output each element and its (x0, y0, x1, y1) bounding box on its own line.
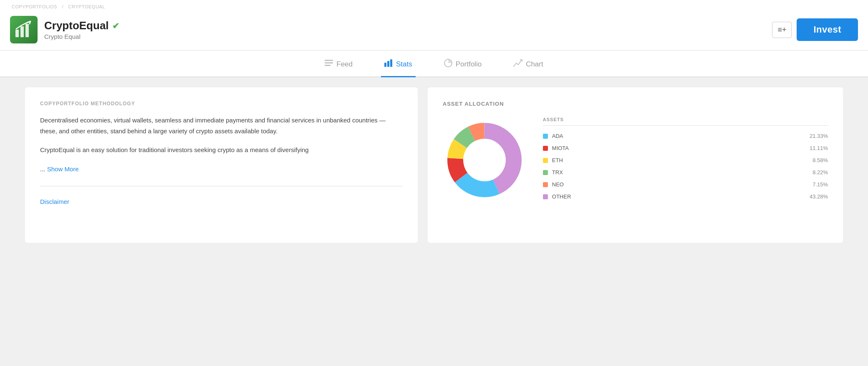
legend-asset-name: OTHER (552, 193, 571, 200)
description-2: CryptoEqual is an easy solution for trad… (40, 145, 403, 155)
legend-asset-name: ETH (552, 157, 563, 163)
menu-button[interactable]: ≡+ (772, 22, 792, 38)
legend-asset-pct: 43.28% (810, 193, 828, 200)
asset-allocation-card: ASSET ALLOCATION (428, 87, 843, 243)
svg-point-16 (464, 139, 505, 181)
legend-left: ETH (543, 157, 563, 163)
legend-left: TRX (543, 169, 563, 175)
chart-icon (513, 59, 522, 69)
tab-chart[interactable]: Chart (510, 51, 547, 77)
logo-box (10, 16, 38, 43)
show-more-line: ... Show More (40, 164, 403, 175)
divider (40, 186, 403, 186)
tab-portfolio-label: Portfolio (456, 60, 482, 69)
description-1: Decentralised economies, virtual wallets… (40, 115, 403, 136)
feed-icon (325, 60, 333, 69)
show-more-link[interactable]: Show More (47, 165, 79, 173)
legend-asset-pct: 8.22% (812, 169, 828, 175)
invest-button[interactable]: Invest (797, 18, 858, 41)
legend-asset-pct: 11.11% (810, 145, 828, 151)
legend-asset-name: MIOTA (552, 145, 569, 151)
header: CryptoEqual ✔ Crypto Equal ≡+ Invest (0, 9, 868, 51)
tab-stats-label: Stats (396, 60, 412, 69)
methodology-title: COPYPORTFOLIO METHODOLOGY (40, 101, 403, 107)
legend-asset-pct: 21.33% (810, 133, 828, 139)
methodology-card: COPYPORTFOLIO METHODOLOGY Decentralised … (25, 87, 418, 243)
legend-left: OTHER (543, 193, 571, 200)
legend-dot (543, 182, 548, 187)
legend-asset-pct: 7.15% (812, 181, 828, 188)
page-subtitle: Crypto Equal (44, 33, 119, 40)
tab-chart-label: Chart (526, 60, 543, 69)
svg-rect-0 (15, 30, 19, 37)
legend-asset-name: ADA (552, 133, 563, 139)
svg-rect-8 (390, 59, 392, 67)
legend-asset-name: TRX (552, 169, 563, 175)
svg-rect-5 (325, 65, 331, 66)
tab-portfolio[interactable]: Portfolio (441, 51, 485, 77)
legend-item: TRX 8.22% (543, 166, 828, 178)
legend-item: MIOTA 11.11% (543, 142, 828, 154)
legend-dot (543, 170, 548, 175)
legend-dot (543, 158, 548, 163)
tab-stats[interactable]: Stats (381, 51, 416, 77)
tab-feed-label: Feed (336, 60, 353, 69)
svg-rect-4 (325, 62, 333, 64)
legend-left: NEO (543, 181, 564, 188)
legend-item: OTHER 43.28% (543, 191, 828, 203)
legend-item: ADA 21.33% (543, 130, 828, 142)
page-title: CryptoEqual ✔ (44, 19, 119, 32)
breadcrumb-current: CRYPTOEQUAL (68, 4, 105, 9)
legend-items: ADA 21.33% MIOTA 11.11% ETH 8.58% TRX 8.… (543, 130, 828, 203)
breadcrumb-parent[interactable]: COPYPORTFOLIOS (12, 4, 57, 9)
stats-icon (384, 59, 393, 69)
asset-allocation-title: ASSET ALLOCATION (443, 101, 828, 107)
breadcrumb: COPYPORTFOLIOS / CRYPTOEQUAL (0, 0, 868, 9)
tab-feed[interactable]: Feed (321, 51, 356, 77)
svg-rect-1 (20, 26, 24, 37)
donut-chart (443, 118, 526, 202)
ellipsis: ... (40, 165, 45, 173)
svg-rect-6 (384, 63, 386, 67)
legend-dot (543, 194, 548, 199)
header-left: CryptoEqual ✔ Crypto Equal (10, 16, 119, 43)
breadcrumb-separator: / (62, 4, 63, 9)
portfolio-icon (444, 59, 452, 69)
legend-item: NEO 7.15% (543, 178, 828, 191)
legend-item: ETH 8.58% (543, 154, 828, 166)
verified-icon: ✔ (112, 21, 119, 31)
disclaimer-link[interactable]: Disclaimer (40, 198, 69, 205)
main-content: COPYPORTFOLIO METHODOLOGY Decentralised … (0, 77, 868, 253)
allocation-content: ASSETS ADA 21.33% MIOTA 11.11% ETH 8.58% (443, 117, 828, 203)
title-area: CryptoEqual ✔ Crypto Equal (44, 19, 119, 40)
legend-title: ASSETS (543, 117, 828, 126)
legend-dot (543, 134, 548, 139)
header-right: ≡+ Invest (772, 18, 858, 41)
svg-rect-7 (387, 61, 389, 67)
legend-asset-pct: 8.58% (812, 157, 828, 163)
nav-tabs: Feed Stats Portfolio Chart (0, 51, 868, 77)
svg-rect-2 (25, 24, 29, 37)
legend-left: MIOTA (543, 145, 569, 151)
asset-legend: ASSETS ADA 21.33% MIOTA 11.11% ETH 8.58% (543, 117, 828, 203)
legend-left: ADA (543, 133, 563, 139)
logo-icon (15, 20, 33, 39)
svg-rect-3 (325, 60, 333, 61)
legend-asset-name: NEO (552, 181, 564, 188)
legend-dot (543, 146, 548, 151)
